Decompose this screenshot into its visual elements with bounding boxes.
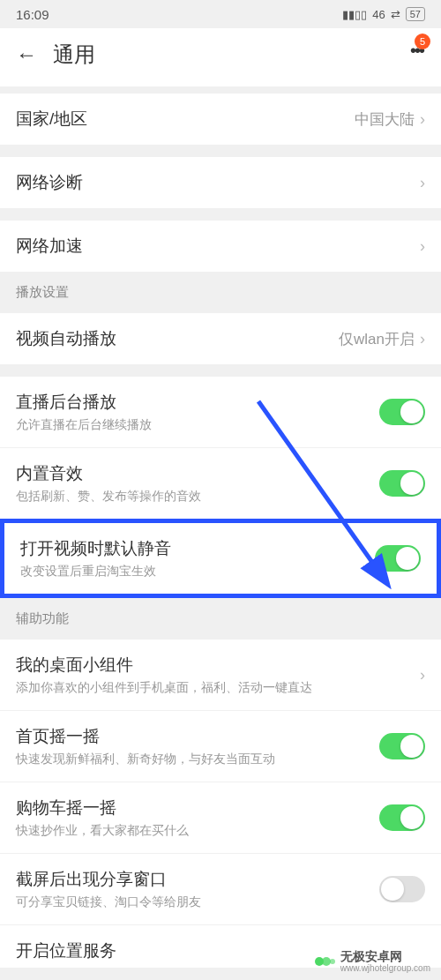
row-bgplay: 直播后台播放 允许直播在后台继续播放 [0, 377, 441, 447]
row-autoplay[interactable]: 视频自动播放 仅wlan开启 › [0, 313, 441, 364]
watermark-url: www.wjhotelgroup.com [340, 963, 430, 973]
row-bgplay-label: 直播后台播放 [16, 391, 379, 414]
status-right: ▮▮▯▯ 46 ⇄ 57 [342, 7, 425, 21]
status-battery: 57 [406, 7, 425, 21]
chevron-right-icon: › [420, 330, 425, 348]
watermark: 无极安卓网 www.wjhotelgroup.com [314, 949, 430, 973]
status-signal-icon: ▮▮▯▯ [342, 8, 367, 21]
status-wifi-icon: ⇄ [391, 8, 400, 21]
row-netdiag-label: 网络诊断 [16, 171, 420, 194]
chevron-right-icon: › [420, 666, 425, 685]
menu-button[interactable]: ••• 5 [410, 41, 423, 61]
row-widget[interactable]: 我的桌面小组件 添加你喜欢的小组件到手机桌面，福利、活动一键直达 › [0, 640, 441, 710]
row-shake-home: 首页摇一摇 快速发现新鲜福利、新奇好物，与好友当面互动 [0, 710, 441, 782]
watermark-logo-icon [314, 951, 335, 972]
row-netboost[interactable]: 网络加速 › [0, 221, 441, 272]
svg-point-4 [330, 959, 335, 964]
chevron-right-icon: › [420, 174, 425, 192]
page-title: 通用 [53, 41, 95, 69]
row-mute-label: 打开视频时默认静音 [20, 537, 375, 560]
row-widget-sub: 添加你喜欢的小组件到手机桌面，福利、活动一键直达 [16, 680, 420, 696]
row-autoplay-value: 仅wlan开启 [339, 329, 415, 349]
row-shake-cart: 购物车摇一摇 快速抄作业，看大家都在买什么 [0, 782, 441, 853]
row-screenshot-label: 截屏后出现分享窗口 [16, 868, 379, 891]
toggle-mute[interactable] [375, 545, 421, 572]
highlight-annotation: 打开视频时默认静音 改变设置后重启淘宝生效 [0, 519, 441, 598]
toggle-shake-cart[interactable] [379, 804, 425, 831]
toggle-screenshot[interactable] [379, 876, 425, 902]
row-bgplay-sub: 允许直播在后台继续播放 [16, 417, 379, 433]
status-time: 16:09 [16, 7, 49, 22]
svg-point-3 [322, 957, 331, 966]
header-bar: ← 通用 ••• 5 [0, 28, 441, 86]
row-sound: 内置音效 包括刷新、赞、发布等操作的音效 [0, 447, 441, 519]
row-screenshot-sub: 可分享宝贝链接、淘口令等给朋友 [16, 894, 379, 910]
chevron-right-icon: › [420, 110, 425, 129]
row-region-value: 中国大陆 [355, 109, 415, 130]
row-region-label: 国家/地区 [16, 108, 355, 131]
status-network-label: 46 [372, 8, 385, 21]
back-button[interactable]: ← [16, 42, 37, 67]
row-netboost-label: 网络加速 [16, 235, 420, 258]
row-shake-cart-label: 购物车摇一摇 [16, 797, 379, 819]
row-screenshot: 截屏后出现分享窗口 可分享宝贝链接、淘口令等给朋友 [0, 853, 441, 924]
row-sound-label: 内置音效 [16, 462, 379, 485]
row-shake-home-sub: 快速发现新鲜福利、新奇好物，与好友当面互动 [16, 752, 379, 767]
section-assist-header: 辅助功能 [0, 598, 441, 640]
row-mute: 打开视频时默认静音 改变设置后重启淘宝生效 [4, 523, 437, 594]
row-netdiag[interactable]: 网络诊断 › [0, 157, 441, 208]
row-shake-cart-sub: 快速抄作业，看大家都在买什么 [16, 823, 379, 839]
row-widget-label: 我的桌面小组件 [16, 654, 420, 677]
row-autoplay-label: 视频自动播放 [16, 327, 339, 350]
section-playback-header: 播放设置 [0, 272, 441, 313]
menu-badge: 5 [415, 34, 430, 49]
toggle-sound[interactable] [379, 470, 425, 497]
status-bar: 16:09 ▮▮▯▯ 46 ⇄ 57 [0, 0, 441, 28]
row-mute-sub: 改变设置后重启淘宝生效 [20, 564, 375, 580]
row-region[interactable]: 国家/地区 中国大陆 › [0, 94, 441, 145]
chevron-right-icon: › [420, 237, 425, 256]
row-sound-sub: 包括刷新、赞、发布等操作的音效 [16, 489, 379, 505]
watermark-brand: 无极安卓网 [340, 949, 402, 963]
toggle-bgplay[interactable] [379, 399, 425, 425]
row-shake-home-label: 首页摇一摇 [16, 725, 379, 748]
toggle-shake-home[interactable] [379, 733, 425, 759]
